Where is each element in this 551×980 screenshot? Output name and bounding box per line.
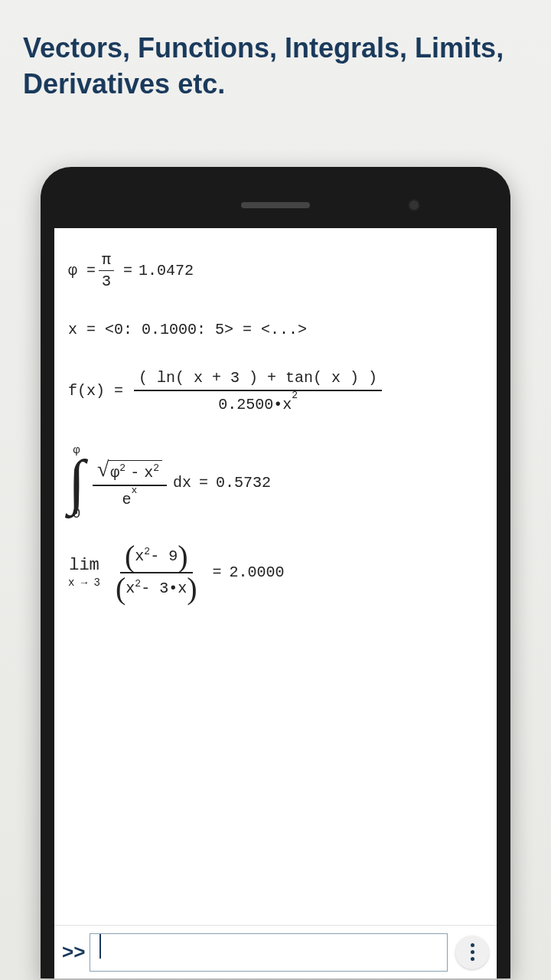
eq3-den-base: 0.2500•x (218, 396, 292, 413)
limit-den: ( x2 - 3•x ) (111, 573, 202, 601)
limit-symbol: lim x → 3 (68, 556, 100, 589)
eq1-fraction: π 3 (99, 251, 114, 290)
equation-x-vector: x = <0: 0.1000: 5> = <...> (68, 321, 483, 338)
integral-value: 0.5732 (216, 474, 271, 492)
integral-fraction: √ φ2 - x2 ex (93, 457, 167, 508)
sqrt-expr: √ φ2 - x2 (97, 457, 162, 482)
sqrt-b-exp: 2 (153, 462, 159, 474)
equation-phi: φ = π 3 = 1.0472 (68, 251, 483, 290)
eq3-lhs: f(x) = (68, 382, 123, 400)
eq1-equals: = (123, 262, 132, 279)
equation-fx: f(x) = ( ln( x + 3 ) + tan( x ) ) 0.2500… (68, 369, 483, 413)
phone-speaker (241, 202, 310, 208)
rparen-icon: ) (178, 544, 187, 569)
math-output-area: φ = π 3 = 1.0472 x = <0: 0.1000: 5> = <.… (54, 228, 497, 632)
limit-value: 2.0000 (230, 564, 285, 581)
page-headline: Vectors, Functions, Integrals, Limits, D… (0, 0, 551, 118)
integral-den-base: e (122, 490, 132, 508)
sqrt-a: φ (110, 464, 119, 482)
phone-screen: φ = π 3 = 1.0472 x = <0: 0.1000: 5> = <.… (54, 228, 497, 978)
limit-den-rest: - 3•x (141, 580, 187, 597)
phone-camera (408, 199, 420, 211)
sqrt-icon: √ (97, 457, 109, 482)
eq1-value: 1.0472 (139, 262, 194, 279)
eq3-num: ( ln( x + 3 ) + tan( x ) ) (134, 369, 382, 391)
integral-den-exp: x (132, 485, 138, 496)
sqrt-body: φ2 - x2 (109, 460, 162, 482)
more-vert-icon (471, 943, 474, 947)
integral-eq: = (199, 474, 208, 492)
sqrt-b: x (144, 464, 153, 482)
integral-lower: 0 (73, 506, 81, 521)
equation-integral: φ ∫ 0 √ φ2 - x2 (68, 444, 483, 521)
limit-num-a: x (135, 547, 144, 565)
eq1-lhs: φ = (68, 262, 96, 279)
sqrt-op: - (130, 464, 139, 482)
integral-sign-icon: ∫ (68, 454, 85, 509)
integral-dx: dx (173, 474, 191, 492)
more-options-button[interactable] (455, 936, 489, 969)
integral-symbol: φ ∫ 0 (68, 444, 85, 521)
limit-num: ( x2 - 9 ) (120, 544, 193, 573)
limit-num-rest: - 9 (150, 547, 178, 565)
integral-den: ex (118, 486, 142, 508)
equation-limit: lim x → 3 ( x2 - 9 ) ( x2 - 3•x ) (68, 544, 483, 601)
limit-den-a-exp: 2 (135, 578, 141, 590)
sqrt-a-exp: 2 (119, 462, 126, 474)
eq1-num: π (99, 251, 114, 271)
text-cursor-icon (99, 934, 101, 959)
eq3-fraction: ( ln( x + 3 ) + tan( x ) ) 0.2500•x2 (134, 369, 382, 413)
phone-frame: φ = π 3 = 1.0472 x = <0: 0.1000: 5> = <.… (41, 167, 510, 978)
limit-num-a-exp: 2 (144, 546, 150, 557)
input-bar: >> (54, 925, 497, 978)
limit-word: lim (69, 556, 99, 575)
eq3-den-exp: 2 (292, 390, 298, 401)
phone-bezel-top (54, 182, 497, 228)
integral-num: √ φ2 - x2 (93, 457, 167, 486)
rparen-icon-2: ) (187, 577, 197, 601)
more-vert-icon (471, 950, 474, 954)
limit-eq: = (213, 564, 222, 581)
limit-sub: x → 3 (68, 577, 100, 589)
eq3-den: 0.2500•x2 (214, 391, 302, 413)
eq1-den: 3 (99, 271, 114, 290)
prompt-label: >> (62, 940, 85, 964)
limit-den-a: x (126, 580, 135, 597)
limit-fraction: ( x2 - 9 ) ( x2 - 3•x ) (111, 544, 202, 601)
expression-input[interactable] (90, 933, 448, 972)
lparen-icon: ( (125, 544, 135, 569)
eq2-text: x = <0: 0.1000: 5> = <...> (68, 321, 307, 338)
more-vert-icon (471, 957, 474, 961)
lparen-icon-2: ( (116, 577, 126, 601)
